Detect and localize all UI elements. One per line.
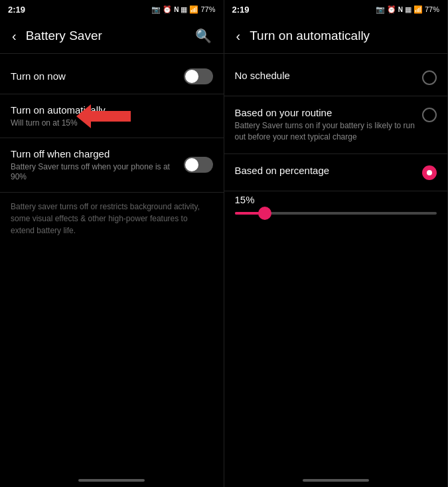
option-based-on-percentage[interactable]: Based on percentage <box>224 154 448 191</box>
status-bar-left: 2:19 📷 ⏰ N ▦ 📶 77% <box>0 0 224 19</box>
right-screen: 2:19 📷 ⏰ N ▦ 📶 77% ‹ Turn on automatical… <box>224 0 449 487</box>
arrow-head <box>76 104 91 128</box>
settings-list: Turn on now Turn on automatically Will t… <box>0 54 224 198</box>
status-time-left: 2:19 <box>8 5 25 15</box>
arrow-body <box>91 111 131 122</box>
top-bar-right: ‹ Turn on automatically <box>224 19 448 53</box>
battery-level-left: 77% <box>200 5 215 13</box>
radio-based-on-routine[interactable] <box>422 108 437 122</box>
red-arrow-indicator <box>76 104 131 128</box>
wifi-icon: ▦ <box>181 5 187 14</box>
settings-item-turn-on-now[interactable]: Turn on now <box>0 59 224 94</box>
notification-icon: 📷 <box>151 5 161 14</box>
settings-item-turn-on-now-title: Turn on now <box>11 70 184 83</box>
divider-3 <box>0 192 224 193</box>
option-based-on-routine[interactable]: Based on your routine Battery Saver turn… <box>224 96 448 153</box>
percentage-slider-section: 15% <box>224 191 448 231</box>
option-based-on-routine-title: Based on your routine <box>235 107 417 118</box>
toggle-turn-on-now[interactable] <box>184 68 213 84</box>
home-bar-right <box>303 479 369 482</box>
wifi-icon-r: ▦ <box>405 5 411 14</box>
page-title-left: Battery Saver <box>26 29 192 43</box>
status-icons-right: 📷 ⏰ N ▦ 📶 77% <box>376 5 439 14</box>
option-no-schedule[interactable]: No schedule <box>224 59 448 96</box>
option-based-on-routine-content: Based on your routine Battery Saver turn… <box>235 107 417 143</box>
settings-item-turn-on-auto[interactable]: Turn on automatically Will turn on at 15… <box>0 94 224 138</box>
status-bar-right: 2:19 📷 ⏰ N ▦ 📶 77% <box>224 0 448 19</box>
left-screen: 2:19 📷 ⏰ N ▦ 📶 77% ‹ Battery Saver 🔍 Tur… <box>0 0 224 487</box>
back-button-left[interactable]: ‹ <box>9 26 19 47</box>
nfc-icon: N <box>174 6 179 13</box>
slider-thumb[interactable] <box>258 207 271 220</box>
back-button-right[interactable]: ‹ <box>234 26 244 47</box>
settings-item-turn-off-charged-subtitle: Battery Saver turns off when your phone … <box>11 162 184 183</box>
status-icons-left: 📷 ⏰ N ▦ 📶 77% <box>151 5 215 14</box>
settings-item-turn-off-charged[interactable]: Turn off when charged Battery Saver turn… <box>0 138 224 192</box>
battery-level-right: 77% <box>425 5 439 13</box>
option-based-on-percentage-content: Based on percentage <box>235 165 417 176</box>
slider-track[interactable] <box>235 212 437 215</box>
radio-no-schedule[interactable] <box>422 70 437 85</box>
option-no-schedule-title: No schedule <box>235 70 417 81</box>
option-no-schedule-content: No schedule <box>235 70 417 81</box>
option-based-on-routine-subtitle: Battery Saver turns on if your battery i… <box>235 120 417 143</box>
toggle-thumb-turn-on-now <box>185 70 198 83</box>
notification-icon-r: 📷 <box>376 5 385 14</box>
nfc-icon-r: N <box>398 6 403 13</box>
alarm-icon: ⏰ <box>163 5 172 14</box>
alarm-icon-r: ⏰ <box>387 5 396 14</box>
signal-icon-r: 📶 <box>413 5 423 14</box>
search-button[interactable]: 🔍 <box>192 25 214 47</box>
radio-options-list: No schedule Based on your routine Batter… <box>224 54 448 236</box>
page-title-right: Turn on automatically <box>250 29 438 43</box>
home-bar-left <box>78 479 145 482</box>
settings-item-turn-off-charged-content: Turn off when charged Battery Saver turn… <box>11 147 184 183</box>
settings-item-turn-on-now-content: Turn on now <box>11 70 184 83</box>
toggle-turn-off-charged[interactable] <box>184 157 213 173</box>
option-based-on-percentage-title: Based on percentage <box>235 165 417 176</box>
toggle-thumb-turn-off-charged <box>185 158 198 171</box>
slider-value-display: 15% <box>235 194 437 205</box>
top-bar-left: ‹ Battery Saver 🔍 <box>0 19 224 53</box>
battery-saver-info: Battery saver turns off or restricts bac… <box>0 198 224 247</box>
signal-icon: 📶 <box>189 5 198 14</box>
status-time-right: 2:19 <box>232 5 250 15</box>
settings-item-turn-off-charged-title: Turn off when charged <box>11 147 184 161</box>
radio-based-on-percentage[interactable] <box>422 165 437 180</box>
